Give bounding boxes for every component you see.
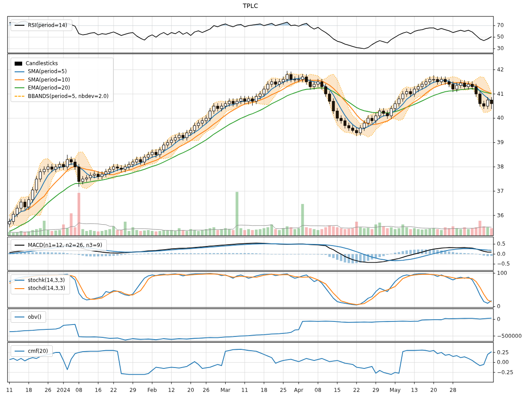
price-legend: Candlesticks SMA(period=5) SMA(period=10… (11, 58, 113, 102)
legend-item: EMA(period=20) (15, 85, 109, 91)
legend-item: BBANDS(period=5, nbdev=2.0) (15, 93, 109, 99)
cmf-line-swatch (15, 351, 24, 352)
obv-legend: obv() (11, 311, 46, 323)
ema20-line-swatch (15, 87, 24, 88)
legend-label: EMA(period=20) (28, 85, 70, 91)
cmf-legend: cmf(20) (11, 345, 53, 357)
legend-item: Candlesticks (15, 60, 109, 66)
chart-title: TPLC (243, 2, 258, 9)
legend-label: SMA(period=10) (28, 77, 70, 83)
legend-item: obv() (15, 314, 41, 320)
sma5-line-swatch (15, 71, 24, 72)
legend-label: SMA(period=5) (28, 68, 67, 74)
legend-label: stochk(14,3,3) (28, 277, 65, 283)
legend-item: RSI(period=14) (15, 22, 67, 28)
legend-label: Candlesticks (26, 60, 58, 66)
legend-label: RSI(period=14) (28, 22, 67, 28)
legend-label: BBANDS(period=5, nbdev=2.0) (28, 93, 109, 99)
bbands-line-swatch (15, 96, 24, 97)
obv-line-swatch (15, 317, 24, 317)
legend-label: stochd(14,3,3) (28, 285, 65, 291)
legend-item: stochk(14,3,3) (15, 277, 65, 283)
legend-label: cmf(20) (28, 348, 48, 354)
legend-label: MACD(n1=12, n2=26, n3=9) (28, 242, 102, 248)
macd-legend: MACD(n1=12, n2=26, n3=9) (11, 239, 107, 251)
chart-figure: TPLC RSI(period=14) Candlesticks SMA(per… (0, 0, 532, 399)
rsi-line-swatch (15, 25, 24, 26)
legend-item: SMA(period=5) (15, 68, 109, 74)
stoch-legend: stochk(14,3,3) stochd(14,3,3) (11, 274, 70, 294)
sma10-line-swatch (15, 79, 24, 80)
stochd-line-swatch (15, 288, 24, 289)
legend-item: SMA(period=10) (15, 77, 109, 83)
legend-item: MACD(n1=12, n2=26, n3=9) (15, 242, 102, 248)
stochk-line-swatch (15, 280, 24, 281)
rsi-legend: RSI(period=14) (11, 20, 72, 31)
macd-line-swatch (15, 245, 24, 246)
legend-item: stochd(14,3,3) (15, 285, 65, 291)
candlesticks-swatch (15, 62, 22, 66)
legend-label: obv() (28, 314, 41, 320)
legend-item: cmf(20) (15, 348, 48, 354)
